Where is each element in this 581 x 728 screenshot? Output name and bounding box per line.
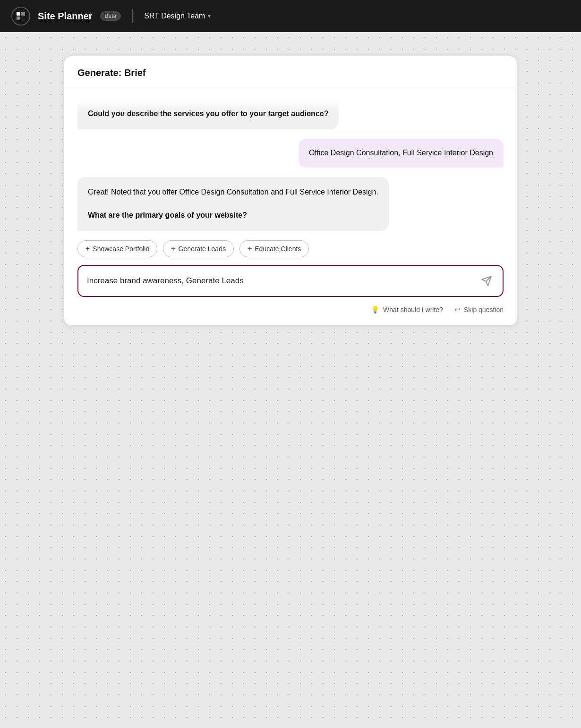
elementor-icon (16, 11, 26, 21)
chip-showcase-portfolio[interactable]: + Showcase Portfolio (77, 240, 157, 257)
main-background: Generate: Brief Could you describe the s… (0, 32, 581, 728)
chip-label-3: Educate Clients (255, 245, 301, 253)
bot-message-1-text: Could you describe the services you offe… (88, 110, 328, 118)
app-title: Site Planner (38, 11, 93, 22)
skip-question-label: Skip question (464, 306, 504, 313)
chevron-down-icon: ▾ (208, 13, 211, 19)
card-title: Generate: Brief (77, 68, 146, 78)
svg-rect-0 (17, 12, 20, 16)
input-box[interactable]: Increase brand awareness, Generate Leads (77, 265, 504, 297)
app-logo (11, 7, 30, 25)
topbar: Site Planner Beta SRT Design Team ▾ (0, 0, 581, 32)
chat-area: Could you describe the services you offe… (64, 87, 517, 325)
svg-rect-1 (21, 12, 25, 16)
bot-message-2-bold: What are the primary goals of your websi… (88, 211, 247, 219)
hint-write-button[interactable]: 💡 What should I write? (371, 305, 443, 314)
send-button[interactable] (479, 273, 494, 288)
chip-plus-icon-2: + (171, 245, 175, 253)
skip-icon: ↩ (454, 305, 461, 314)
team-name: SRT Design Team (144, 12, 205, 20)
chat-scroll: Could you describe the services you offe… (64, 99, 517, 231)
hint-write-label: What should I write? (383, 306, 443, 313)
nav-divider (132, 9, 133, 23)
chip-label-2: Generate Leads (179, 245, 226, 253)
team-selector[interactable]: SRT Design Team ▾ (144, 12, 211, 20)
beta-badge: Beta (100, 11, 121, 21)
input-area: Increase brand awareness, Generate Leads (64, 257, 517, 303)
svg-rect-2 (17, 17, 20, 20)
user-message-1: Office Design Consultation, Full Service… (299, 139, 504, 168)
suggestion-chips: + Showcase Portfolio + Generate Leads + … (64, 231, 517, 257)
card-header: Generate: Brief (64, 56, 517, 87)
chip-plus-icon-1: + (85, 245, 90, 253)
chip-educate-clients[interactable]: + Educate Clients (239, 240, 309, 257)
send-icon-svg (481, 275, 492, 287)
chip-generate-leads[interactable]: + Generate Leads (163, 240, 234, 257)
bot-message-2-pre: Great! Noted that you offer Office Desig… (88, 188, 378, 196)
skip-question-button[interactable]: ↩ Skip question (454, 305, 504, 314)
generate-brief-card: Generate: Brief Could you describe the s… (64, 56, 517, 326)
bottom-actions: 💡 What should I write? ↩ Skip question (64, 303, 517, 325)
user-message-1-text: Office Design Consultation, Full Service… (309, 149, 493, 157)
lightbulb-icon: 💡 (371, 305, 380, 314)
chip-label-1: Showcase Portfolio (93, 245, 149, 253)
bot-message-2: Great! Noted that you offer Office Desig… (77, 177, 389, 231)
chip-plus-icon-3: + (248, 245, 252, 253)
input-value: Increase brand awareness, Generate Leads (87, 275, 479, 287)
bot-message-1: Could you describe the services you offe… (77, 99, 339, 129)
